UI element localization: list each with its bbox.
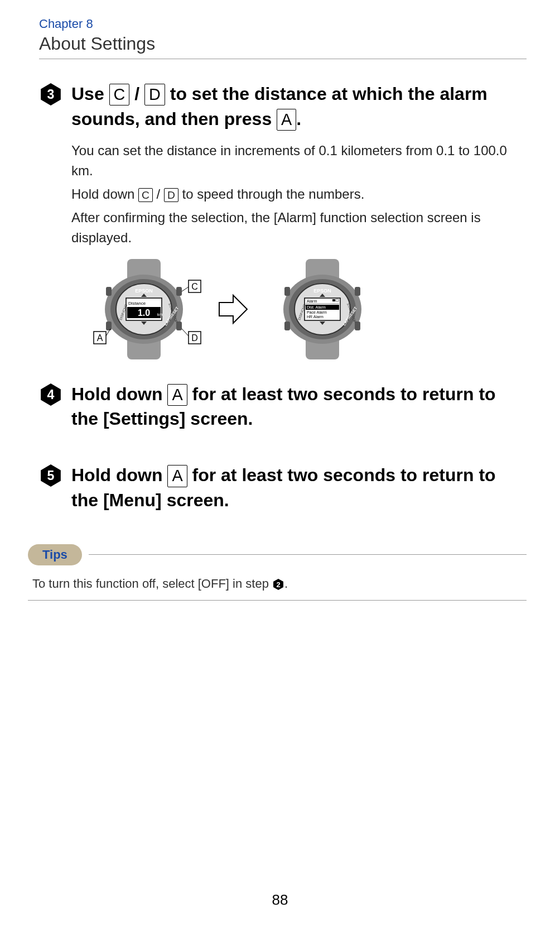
svg-rect-8	[176, 287, 182, 296]
svg-text:Alarm: Alarm	[307, 299, 317, 303]
svg-rect-37	[355, 287, 360, 296]
tips-label: Tips	[42, 548, 67, 562]
svg-text:C: C	[191, 282, 198, 291]
step-2-inline-icon: 2	[272, 578, 284, 591]
svg-text:1.0: 1.0	[138, 308, 150, 318]
key-a: A	[167, 465, 187, 487]
watch-2-image: EPSON Alarm Dist. Alarm Pace Alarm HR Al…	[255, 259, 389, 359]
step-3-marker-icon: 3	[39, 83, 62, 106]
svg-marker-30	[219, 295, 247, 323]
svg-text:2: 2	[276, 580, 280, 589]
svg-text:Dist. Alarm: Dist. Alarm	[307, 305, 326, 309]
tips-pill: Tips	[28, 544, 82, 565]
page-number: 88	[272, 891, 288, 909]
step-5-marker-icon: 5	[39, 464, 62, 487]
step-4-heading: Hold down A for at least two seconds to …	[71, 382, 527, 432]
svg-text:EPSON: EPSON	[135, 288, 153, 294]
tips-header-line	[89, 554, 527, 555]
key-c: C	[109, 84, 130, 105]
svg-text:4: 4	[47, 387, 55, 402]
key-a: A	[277, 109, 296, 131]
svg-text:EPSON: EPSON	[313, 288, 331, 294]
svg-rect-35	[284, 287, 290, 296]
key-a: A	[167, 384, 187, 406]
step-3-heading: Use C / D to set the distance at which t…	[71, 81, 527, 132]
step-3-body: You can set the distance in increments o…	[71, 141, 527, 248]
svg-line-23	[182, 287, 189, 291]
key-c-small: C	[138, 188, 153, 202]
svg-text:Pace Alarm: Pace Alarm	[307, 310, 327, 314]
tips-divider	[28, 600, 527, 601]
svg-rect-36	[284, 321, 290, 330]
svg-text:HR Alarm: HR Alarm	[307, 315, 324, 319]
svg-text:km: km	[157, 313, 163, 316]
svg-rect-6	[106, 287, 112, 296]
step-5-heading: Hold down A for at least two seconds to …	[71, 463, 527, 513]
svg-text:A: A	[97, 333, 103, 343]
svg-rect-45	[332, 299, 335, 301]
svg-text:5: 5	[47, 469, 55, 483]
svg-text:Distance: Distance	[128, 301, 146, 306]
step-5: 5 Hold down A for at least two seconds t…	[39, 463, 527, 522]
step-4: 4 Hold down A for at least two seconds t…	[39, 382, 527, 441]
chapter-label: Chapter 8	[39, 17, 527, 31]
watch-illustration-row: EPSON Distance 1.0 km A C	[77, 259, 527, 359]
step-4-marker-icon: 4	[39, 383, 62, 406]
svg-text:3: 3	[47, 87, 55, 102]
tips-section: Tips To turn this function off, select […	[28, 544, 527, 601]
step-3: 3 Use C / D to set the distance at which…	[39, 81, 527, 359]
tips-body: To turn this function off, select [OFF] …	[28, 577, 527, 600]
arrow-right-icon	[216, 292, 250, 326]
svg-line-26	[182, 329, 189, 336]
svg-rect-9	[176, 321, 182, 330]
watch-1-image: EPSON Distance 1.0 km A C	[77, 259, 211, 359]
svg-rect-7	[106, 321, 112, 330]
header-divider	[39, 59, 527, 59]
svg-rect-38	[355, 321, 360, 330]
svg-text:D: D	[191, 333, 198, 343]
key-d-small: D	[164, 188, 178, 202]
key-d: D	[144, 84, 165, 105]
chapter-title: About Settings	[39, 33, 527, 54]
